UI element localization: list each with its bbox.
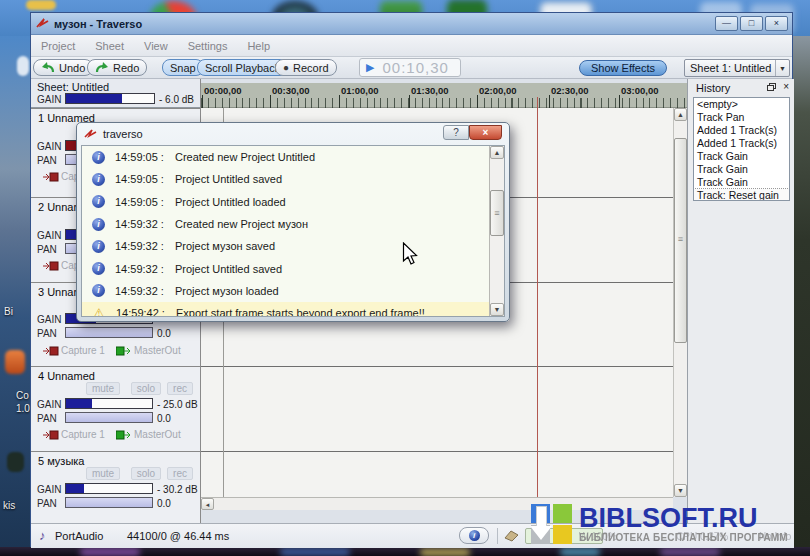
show-effects-label: Show Effects (591, 62, 655, 74)
menu-project[interactable]: Project (31, 37, 85, 55)
orange-desktop-icon[interactable] (5, 350, 25, 374)
ruler-minor-ticks (201, 98, 687, 108)
dialog-scroll-thumb[interactable]: ≡ (490, 190, 504, 236)
redo-button[interactable]: Redo (87, 59, 147, 76)
dialog-scrollbar[interactable]: ▲ ≡ ▼ (489, 146, 504, 316)
maximize-button[interactable]: □ (740, 16, 763, 31)
log-entry-warning: ⚠ 14:59:42 : Export start frame starts b… (82, 302, 504, 317)
record-button[interactable]: ● Record (275, 59, 337, 76)
scroll-down-button[interactable]: ▼ (490, 303, 504, 316)
traverso-log-dialog: traverso ? × i 14:59:05 : Created new Pr… (76, 122, 510, 322)
track-name[interactable]: 5 музыка (38, 455, 84, 467)
dark-desktop-icon[interactable] (7, 452, 24, 472)
ruler-tick-label: 02:00,00 (479, 85, 517, 96)
play-icon[interactable]: ▶ (366, 61, 374, 74)
vertical-scroll-thumb[interactable]: ≡ (674, 138, 687, 343)
ruler-tick-label: 01:00,00 (341, 85, 379, 96)
master-out-icon (116, 430, 132, 440)
log-entry: i 14:59:05 : Created new Project Untitle… (82, 146, 504, 168)
history-item[interactable]: <empty> (694, 98, 789, 111)
output-button[interactable]: MasterOut (134, 429, 181, 440)
float-panel-icon[interactable] (767, 83, 776, 91)
desktop-icon-label: kis (3, 500, 15, 511)
timeline-ruler[interactable]: 00:00,00 00:30,00 01:00,00 01:30,00 02:0… (201, 83, 687, 108)
undo-button[interactable]: Undo (33, 59, 93, 76)
menu-settings[interactable]: Settings (178, 37, 238, 55)
info-icon: i (92, 240, 105, 253)
gain-value: - 25.0 dB (157, 399, 198, 410)
biblsoft-watermark: BIBLSOFT.RU БИБЛИОТЕКА БЕСПЛАТНЫХ ПРОГРА… (531, 504, 799, 545)
log-time: 14:59:05 : (115, 173, 175, 185)
gain-label: GAIN (37, 399, 61, 410)
rec-button[interactable]: rec (167, 467, 193, 480)
mute-button[interactable]: mute (86, 467, 120, 480)
mute-button[interactable]: mute (86, 382, 120, 395)
music-note-icon: ♪ (39, 528, 46, 543)
scroll-playback-label: Scroll Playback (205, 62, 280, 74)
close-button[interactable]: × (765, 16, 788, 31)
menu-sheet[interactable]: Sheet (85, 37, 134, 55)
output-button[interactable]: MasterOut (134, 345, 181, 356)
record-label: Record (293, 62, 328, 74)
capture-button[interactable]: Capture 1 (61, 345, 105, 356)
folder-icon[interactable] (26, 0, 56, 10)
scroll-left-button[interactable]: ◂ (201, 498, 214, 510)
traverso-logo-icon (84, 128, 97, 140)
audio-stats-label: 44100/0 @ 46.44 ms (127, 530, 229, 542)
redo-arrow-icon (95, 62, 109, 73)
desktop-icon-label: Bi (4, 306, 13, 317)
playhead-cursor[interactable] (537, 97, 538, 497)
history-item[interactable]: Added 1 Track(s) (694, 124, 789, 137)
sheet-gain-bar[interactable] (65, 93, 155, 104)
history-item[interactable]: Track Gain (694, 150, 789, 163)
capture-button[interactable]: Capture 1 (61, 429, 105, 440)
audio-device-icon[interactable] (503, 528, 520, 544)
show-effects-button[interactable]: Show Effects (579, 60, 667, 76)
history-item[interactable]: Track Pan (694, 111, 789, 124)
history-item[interactable]: Track Gain (694, 176, 789, 189)
pan-label: PAN (37, 498, 57, 509)
pan-label: PAN (37, 328, 57, 339)
history-item[interactable]: Added 1 Track(s) (694, 137, 789, 150)
dialog-help-button[interactable]: ? (443, 125, 469, 140)
taskbar-blur (280, 548, 350, 556)
taskbar-blur (560, 548, 600, 556)
rec-button[interactable]: rec (167, 382, 193, 395)
ruler-major-tick (549, 95, 550, 108)
gain-label: GAIN (37, 141, 61, 152)
history-item-selected[interactable]: Track: Reset gain (694, 189, 789, 201)
info-icon: i (92, 284, 105, 297)
info-button[interactable]: i (459, 527, 489, 544)
log-text: Export start frame starts beyond export … (176, 307, 425, 317)
transport-time-display[interactable]: ▶ 00:10,30 (359, 58, 461, 77)
gain-bar[interactable] (65, 483, 153, 494)
solo-button[interactable]: solo (131, 467, 161, 480)
pan-bar[interactable] (65, 327, 153, 338)
scroll-down-button[interactable]: ▼ (674, 484, 687, 497)
menu-help[interactable]: Help (237, 37, 280, 55)
track-name[interactable]: 4 Unnamed (38, 370, 95, 382)
menu-view[interactable]: View (134, 37, 178, 55)
solo-button[interactable]: solo (131, 382, 161, 395)
scroll-up-button[interactable]: ▲ (674, 108, 687, 121)
title-bar[interactable]: музон - Traverso — □ × (31, 13, 792, 35)
ruler-tick-label: 03:00,00 (621, 85, 659, 96)
undo-label: Undo (59, 62, 85, 74)
history-item[interactable]: Track Gain (694, 163, 789, 176)
scroll-up-button[interactable]: ▲ (490, 146, 504, 159)
minimize-button[interactable]: — (715, 16, 738, 31)
log-time: 14:59:32 : (115, 285, 175, 297)
ruler-tick-label: 00:00,00 (204, 85, 242, 96)
vertical-scrollbar[interactable]: ▲ ≡ ▼ (673, 108, 687, 497)
gain-bar[interactable] (65, 398, 153, 409)
pan-bar[interactable] (65, 497, 153, 508)
log-time: 14:59:32 : (115, 240, 175, 252)
dialog-close-button[interactable]: × (469, 125, 502, 140)
screen: Bi Co 1.0 kis музон - Traverso — □ × Pro… (0, 0, 810, 556)
sheet-selector-dropdown[interactable]: Sheet 1: Untitled ▼ (684, 59, 790, 77)
close-panel-icon[interactable]: × (783, 83, 789, 91)
desktop-icon-label: Co (16, 390, 29, 401)
gain-label: GAIN (37, 314, 61, 325)
log-entry: i 14:59:05 : Project Untitled saved (82, 168, 504, 190)
pan-bar[interactable] (65, 412, 153, 423)
